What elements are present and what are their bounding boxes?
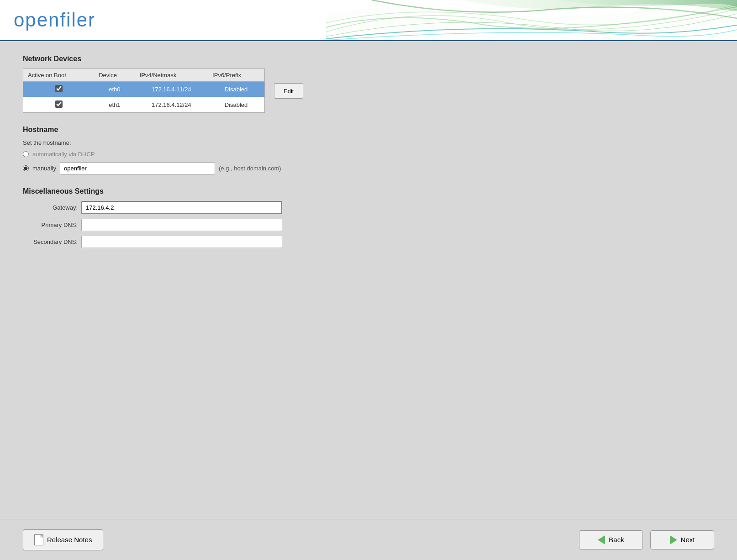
back-arrow-icon bbox=[598, 535, 605, 544]
hostname-title: Hostname bbox=[23, 126, 714, 134]
primary-dns-row: Primary DNS: bbox=[23, 219, 714, 231]
logo: openfiler bbox=[14, 9, 95, 31]
document-icon bbox=[34, 534, 43, 545]
main-content: Network Devices Active on Boot Device IP… bbox=[0, 41, 737, 519]
ipv4-cell: 172.16.4.11/24 bbox=[135, 82, 208, 97]
back-button[interactable]: Back bbox=[579, 530, 643, 549]
col-device: Device bbox=[94, 69, 135, 82]
table-row[interactable]: eth0172.16.4.11/24Disabled bbox=[23, 82, 264, 97]
ipv6-cell: Disabled bbox=[208, 82, 264, 97]
col-ipv4: IPv4/Netmask bbox=[135, 69, 208, 82]
secondary-dns-row: Secondary DNS: bbox=[23, 236, 714, 248]
device-cell: eth1 bbox=[94, 97, 135, 113]
network-devices-title: Network Devices bbox=[23, 55, 714, 63]
device-cell: eth0 bbox=[94, 82, 135, 97]
network-table-wrapper: Active on Boot Device IPv4/Netmask IPv6/… bbox=[23, 69, 265, 113]
ipv4-cell: 172.16.4.12/24 bbox=[135, 97, 208, 113]
network-devices-section: Network Devices Active on Boot Device IP… bbox=[23, 55, 714, 113]
primary-dns-input[interactable] bbox=[81, 219, 282, 231]
gateway-row: Gateway: bbox=[23, 201, 714, 214]
col-active-boot: Active on Boot bbox=[23, 69, 94, 82]
release-notes-button[interactable]: Release Notes bbox=[23, 529, 103, 550]
dhcp-radio[interactable] bbox=[23, 151, 29, 157]
header-decoration bbox=[326, 0, 737, 41]
manual-radio[interactable] bbox=[23, 165, 29, 171]
header: openfiler bbox=[0, 0, 737, 41]
edit-button[interactable]: Edit bbox=[274, 83, 303, 99]
col-ipv6: IPv6/Prefix bbox=[208, 69, 264, 82]
footer: Release Notes Back Next bbox=[0, 519, 737, 560]
network-devices-row: Active on Boot Device IPv4/Netmask IPv6/… bbox=[23, 69, 714, 113]
dhcp-label: automatically via DHCP bbox=[32, 151, 95, 158]
ipv6-cell: Disabled bbox=[208, 97, 264, 113]
active-boot-checkbox[interactable] bbox=[55, 85, 63, 92]
manual-label: manually bbox=[32, 165, 56, 172]
secondary-dns-input[interactable] bbox=[81, 236, 282, 248]
set-hostname-label: Set the hostname: bbox=[23, 139, 714, 146]
primary-dns-label: Primary DNS: bbox=[23, 222, 78, 228]
dhcp-radio-row: automatically via DHCP bbox=[23, 151, 714, 158]
manual-radio-row: manually (e.g., host.domain.com) bbox=[23, 162, 714, 174]
release-notes-label: Release Notes bbox=[47, 536, 92, 544]
hostname-section: Hostname Set the hostname: automatically… bbox=[23, 126, 714, 174]
back-label: Back bbox=[609, 536, 624, 544]
network-table: Active on Boot Device IPv4/Netmask IPv6/… bbox=[23, 69, 264, 112]
next-button[interactable]: Next bbox=[650, 530, 714, 549]
hostname-hint: (e.g., host.domain.com) bbox=[219, 165, 281, 172]
active-boot-checkbox[interactable] bbox=[55, 100, 63, 108]
table-row[interactable]: eth1172.16.4.12/24Disabled bbox=[23, 97, 264, 113]
gateway-label: Gateway: bbox=[23, 204, 78, 211]
active-boot-cell bbox=[23, 97, 94, 113]
next-label: Next bbox=[681, 536, 695, 544]
misc-title: Miscellaneous Settings bbox=[23, 187, 714, 195]
misc-section: Miscellaneous Settings Gateway: Primary … bbox=[23, 187, 714, 248]
secondary-dns-label: Secondary DNS: bbox=[23, 238, 78, 245]
footer-right: Back Next bbox=[579, 530, 714, 549]
gateway-input[interactable] bbox=[81, 201, 282, 214]
active-boot-cell bbox=[23, 82, 94, 97]
next-arrow-icon bbox=[670, 535, 677, 544]
hostname-input[interactable] bbox=[60, 162, 215, 174]
